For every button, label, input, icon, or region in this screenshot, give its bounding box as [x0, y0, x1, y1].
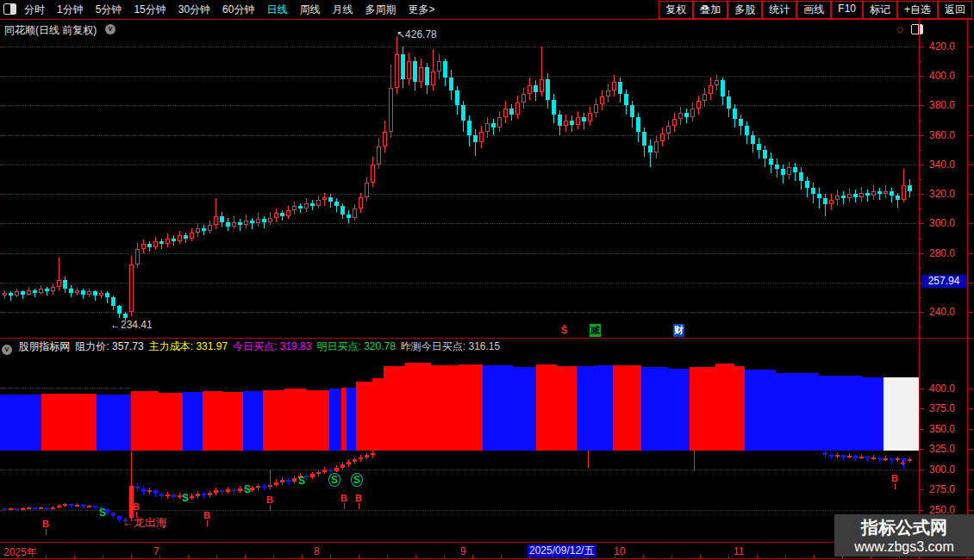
buy-signal-marker: B: [354, 493, 363, 509]
period-item[interactable]: 周线: [299, 3, 320, 17]
time-axis[interactable]: 2025年7891011: [0, 543, 919, 558]
mini-candle-body: [890, 458, 894, 461]
axis-tick: [969, 253, 973, 254]
axis-tick: [969, 489, 973, 490]
mini-candle-body: [63, 504, 67, 506]
candle-body: [871, 191, 876, 196]
trend-band-segment: [263, 390, 284, 451]
trend-band-segment: [329, 389, 341, 451]
mini-candle-body: [45, 507, 49, 509]
candle-body: [576, 117, 580, 125]
candle-body: [3, 293, 7, 296]
period-item[interactable]: 60分钟: [222, 3, 254, 17]
candle-body: [829, 200, 834, 204]
candle-body: [859, 193, 864, 197]
mini-candle-body: [292, 478, 297, 482]
period-item[interactable]: 分时: [24, 3, 45, 17]
candle-body: [739, 119, 743, 127]
candle-body: [570, 121, 574, 125]
trend-band-segment: [97, 395, 131, 451]
candle-body: [413, 61, 417, 82]
action-button[interactable]: 标记: [863, 1, 897, 19]
mini-candle-body: [280, 480, 284, 482]
mini-candle-body: [353, 459, 357, 462]
candle-body: [347, 215, 351, 217]
mini-candle-body: [262, 486, 266, 488]
action-button[interactable]: 返回: [938, 1, 972, 19]
candle-body: [654, 141, 659, 153]
period-item[interactable]: 1分钟: [57, 3, 84, 17]
candle-body: [534, 85, 538, 93]
mini-candle-body: [87, 506, 91, 507]
trend-band-segment: [405, 363, 431, 451]
candle-body: [383, 132, 387, 146]
period-item[interactable]: 月线: [332, 3, 353, 17]
bottom-line: [0, 558, 974, 559]
candle-body: [15, 291, 19, 296]
trend-band-segment: [690, 367, 715, 451]
candle-body: [256, 219, 260, 223]
axis-tick: [969, 194, 973, 195]
action-button[interactable]: 画线: [796, 1, 831, 19]
candle-body: [745, 126, 749, 134]
main-candlestick-chart[interactable]: ↖426.78←234.41Ŝ减财: [0, 20, 919, 338]
indicator-panel[interactable]: SSSSSSBBBBBBB+←龙出海: [0, 353, 919, 542]
axis-label: 275.0: [929, 483, 955, 495]
axis-label: 400.0: [929, 70, 955, 82]
candle-body: [280, 213, 284, 215]
action-button[interactable]: 统计: [762, 1, 796, 19]
trend-band-segment: [0, 395, 41, 451]
period-item[interactable]: 日线: [266, 3, 287, 17]
gridline: [0, 47, 919, 47]
candle-body: [340, 206, 345, 215]
mini-candle-body: [117, 516, 122, 520]
price-axis: 420.0400.0380.0360.0340.0320.0300.0280.0…: [919, 20, 974, 558]
top-toolbar: 分时1分钟5分钟15分钟30分钟60分钟日线周线月线多周期更多> 复权叠加多股统…: [0, 0, 974, 19]
candle-body: [757, 144, 761, 150]
period-item[interactable]: 更多>: [408, 3, 434, 17]
period-item[interactable]: 5分钟: [96, 3, 122, 17]
action-button[interactable]: 复权: [659, 1, 693, 19]
candle-body: [908, 185, 912, 191]
candle-body: [27, 290, 31, 295]
candle-body: [371, 165, 375, 183]
candle-body: [45, 289, 49, 291]
period-item[interactable]: 多周期: [365, 3, 396, 17]
mini-candle-body: [3, 508, 7, 510]
candle-body: [190, 233, 194, 239]
action-button[interactable]: 叠加: [693, 1, 727, 19]
action-button[interactable]: F10: [831, 1, 863, 19]
mini-candle-body: [859, 457, 864, 458]
mini-candle-body: [359, 457, 363, 460]
axis-tick: [969, 429, 973, 430]
selected-date-tag: 2025/09/12/五: [528, 544, 596, 557]
panel-divider: [0, 338, 974, 339]
candle-body: [811, 188, 815, 194]
period-item[interactable]: 30分钟: [178, 3, 210, 17]
time-axis-label: 7: [153, 545, 159, 557]
window-split-icon[interactable]: [3, 3, 16, 15]
dragon-label: ←龙出海: [122, 515, 167, 531]
candle-body: [298, 206, 303, 208]
mini-candle-body: [208, 493, 212, 495]
indicator-value: 昨测今日买点: 316.15: [401, 340, 500, 352]
candle-body: [877, 191, 882, 194]
period-item[interactable]: 15分钟: [134, 3, 165, 17]
mini-candle-body: [365, 455, 369, 457]
candle-body: [606, 90, 610, 96]
mini-candle-body: [202, 494, 206, 495]
sell-signal-marker: S: [244, 483, 251, 495]
trend-band-segment: [222, 392, 243, 451]
candle-body: [618, 82, 622, 94]
action-button[interactable]: 多股: [727, 1, 762, 19]
price-annotation: ←234.41: [110, 319, 153, 331]
candle-body: [690, 109, 695, 117]
gridline: [0, 470, 919, 470]
mini-candle-body: [256, 486, 260, 488]
candle-body: [497, 117, 502, 128]
mini-candle-body: [9, 508, 13, 510]
mini-candle-body: [190, 496, 194, 498]
action-button[interactable]: +自选: [897, 1, 938, 19]
axis-tick: [969, 165, 973, 165]
candle-body: [449, 78, 453, 90]
